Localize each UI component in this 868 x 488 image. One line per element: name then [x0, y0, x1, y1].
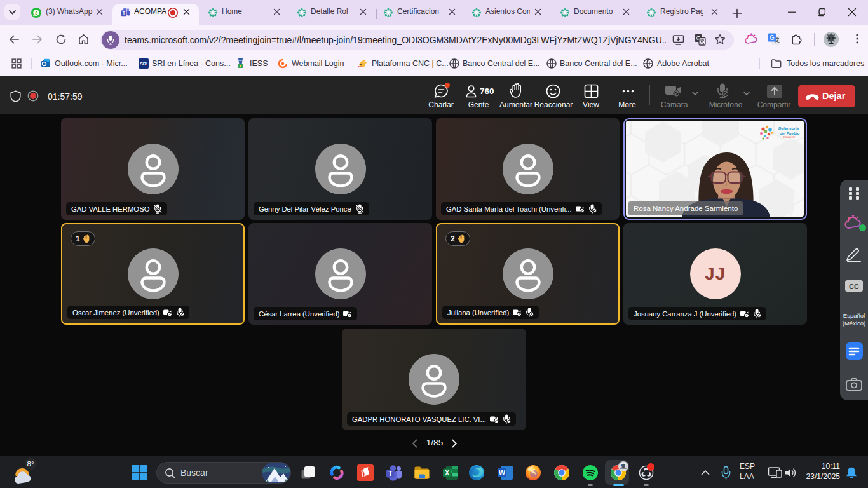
svg-text:G: G: [696, 35, 700, 41]
svg-text:3: 3: [35, 10, 37, 16]
svg-text:CC: CC: [849, 283, 859, 290]
svg-text:ECUADOR: ECUADOR: [783, 136, 795, 139]
svg-text:SRI: SRI: [140, 62, 147, 66]
svg-text:8°: 8°: [27, 460, 34, 468]
svg-text:del Pueblo: del Pueblo: [780, 131, 800, 135]
svg-text:X: X: [445, 470, 449, 477]
svg-text:G: G: [770, 34, 775, 41]
svg-text:T: T: [123, 11, 126, 15]
svg-text:Defensoría: Defensoría: [778, 126, 799, 130]
svg-text:W: W: [499, 469, 505, 477]
svg-text:T: T: [388, 470, 393, 477]
